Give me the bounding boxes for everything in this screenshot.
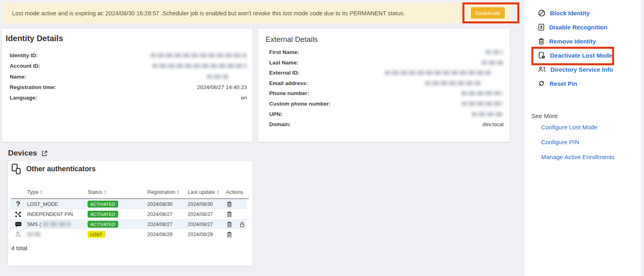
redacted-value [461, 91, 504, 95]
registration-date: 2024/08/27 [147, 219, 173, 229]
column-header-type[interactable]: Type [27, 189, 42, 195]
field-label: Registration time: [10, 84, 56, 90]
sidebar-action-label: Deactivate Lost Mode [550, 52, 612, 59]
sidebar-action-label: Reset Pin [550, 80, 577, 87]
last-update-date: 2024/08/27 [188, 219, 213, 229]
sort-icon [40, 190, 42, 194]
trash-icon [538, 37, 545, 45]
see-more-link-configure-pin[interactable]: Configure PIN [541, 139, 579, 145]
field-label: External ID: [269, 70, 299, 76]
sidebar-action-label: Directory Service Info [550, 66, 613, 73]
identity-details-card: Identity Details Identity ID: Account ID… [2, 29, 253, 142]
id-card-icon [538, 23, 545, 31]
field-upn: UPN: [269, 111, 504, 117]
other-authenticators-header: Other authenticators [11, 164, 96, 174]
field-email-address: Email address: [269, 80, 504, 86]
delete-icon[interactable] [226, 199, 232, 209]
lock-icon[interactable] [239, 219, 245, 229]
field-label: Email address: [269, 80, 308, 86]
identity-details-title: Identity Details [6, 34, 63, 43]
authenticator-type: SMS ( [27, 219, 71, 229]
field-label: Custom phone number: [269, 101, 330, 107]
external-link-icon[interactable] [41, 150, 48, 157]
table-row: LOST 2024/08/29 2024/08/29 [10, 229, 247, 239]
sidebar-action-reset-pin[interactable]: Reset Pin [538, 79, 577, 87]
other-authenticators-title: Other authenticators [26, 165, 96, 173]
question-icon: ? [13, 199, 23, 209]
other-authenticators-card: Other authenticators Type Status Registr… [8, 161, 253, 266]
field-language: Language: en [10, 94, 247, 101]
registration-date: 2024/08/30 [147, 199, 173, 209]
field-value: 2024/08/27 14:40:23 [197, 84, 247, 90]
status-badge: ACTIVATED [88, 211, 118, 218]
field-registration-time: Registration time: 2024/08/27 14:40:23 [10, 84, 247, 90]
field-account-id: Account ID: [10, 62, 247, 69]
status-badge: ACTIVATED [88, 201, 118, 208]
person-icon [13, 229, 23, 239]
redacted-value [481, 60, 504, 65]
delete-icon[interactable] [226, 229, 232, 239]
redacted-value [385, 71, 491, 75]
redacted-value [150, 53, 247, 58]
sort-icon [217, 190, 219, 194]
refresh-icon [538, 80, 545, 87]
tablet-clock-icon [538, 52, 546, 59]
field-external-id: External ID: [269, 69, 504, 76]
field-domain: Domain: dev.local [269, 121, 504, 127]
redacted-value [43, 222, 71, 226]
field-label: Name: [10, 74, 26, 80]
redacted-value [461, 102, 504, 106]
authenticator-type [27, 229, 41, 239]
see-more-link-configure-lost-mode[interactable]: Configure Lost Mode [541, 124, 597, 131]
last-update-date: 2024/08/27 [188, 209, 213, 219]
devices-heading: Devices [8, 149, 48, 158]
see-more-title: See More [531, 112, 558, 119]
field-custom-phone-number: Custom phone number: [269, 100, 504, 107]
see-more-link-manage-active-enrollments[interactable]: Manage Active Enrollments [541, 154, 615, 160]
last-update-date: 2024/08/29 [188, 229, 213, 239]
devices-title: Devices [8, 149, 37, 158]
devices-icon [11, 164, 21, 174]
field-last-name: Last Name: [269, 59, 504, 66]
last-update-date: 2024/08/30 [188, 199, 213, 209]
field-label: Phone number: [269, 90, 309, 96]
sidebar-action-block-identity[interactable]: Block Identity [538, 9, 590, 17]
field-value: dev.local [483, 121, 504, 127]
redacted-value [471, 112, 504, 116]
column-header-registration[interactable]: Registration [147, 189, 179, 195]
column-header-actions: Actions [226, 189, 243, 195]
sort-icon [104, 190, 107, 194]
redacted-value [485, 50, 504, 54]
delete-icon[interactable] [226, 209, 232, 219]
column-header-status[interactable]: Status [88, 189, 107, 195]
redacted-value [207, 75, 229, 79]
redacted-value [152, 64, 247, 68]
ban-icon [538, 9, 546, 17]
sidebar-action-label: Remove Identity [549, 38, 596, 45]
field-phone-number: Phone number: [269, 90, 504, 96]
field-value: en [241, 95, 247, 101]
people-icon [538, 66, 546, 73]
field-label: Last Name: [269, 60, 299, 66]
registration-date: 2024/08/27 [147, 209, 173, 219]
external-details-card: External Details First Name: Last Name: … [258, 29, 510, 142]
field-label: UPN: [269, 111, 282, 117]
column-header-last-update[interactable]: Last update [188, 189, 219, 195]
redacted-value [27, 232, 41, 237]
external-details-title: External Details [266, 35, 318, 44]
sidebar-action-disable-recognition[interactable]: Disable Recognition [538, 23, 607, 31]
actions-sidebar: Block Identity Disable Recognition Remov… [524, 0, 641, 276]
deactivate-button[interactable]: Deactivate [471, 7, 505, 19]
table-row: SMS ( ACTIVATED 2024/08/27 2024/08/27 [10, 219, 247, 229]
field-identity-id: Identity ID: [10, 52, 247, 58]
authenticator-type: INDEPENDENT PIN [27, 209, 73, 219]
status-badge: ACTIVATED [88, 221, 118, 228]
field-label: First Name: [269, 49, 299, 55]
field-label: Domain: [269, 121, 291, 127]
sidebar-action-remove-identity[interactable]: Remove Identity [538, 37, 596, 45]
sidebar-action-directory-service-info[interactable]: Directory Service Info [538, 65, 613, 73]
sidebar-action-deactivate-lost-mode[interactable]: Deactivate Lost Mode [538, 51, 612, 59]
delete-icon[interactable] [226, 219, 232, 229]
redacted-value [425, 81, 481, 85]
status-badge: LOST [88, 231, 105, 238]
